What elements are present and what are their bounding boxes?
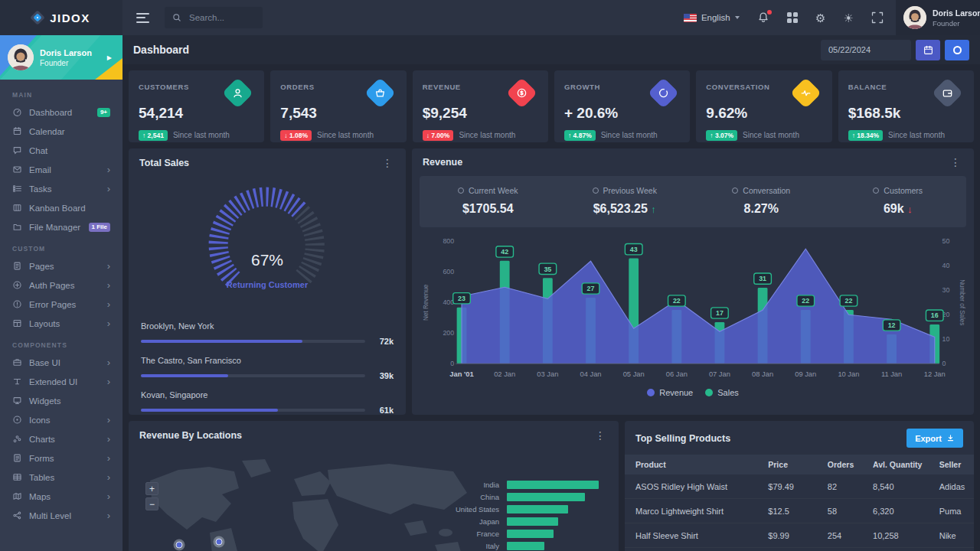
bar-value-chip: 22: [840, 295, 858, 306]
sidebar-item-chat[interactable]: Chat: [0, 141, 122, 160]
map-zoom-in-button[interactable]: +: [145, 482, 158, 495]
layouts-icon: [12, 318, 22, 328]
svg-text:12 Jan: 12 Jan: [924, 370, 946, 378]
sidebar-item-extended-ui[interactable]: Extended UI›: [0, 372, 122, 391]
settings-button[interactable]: ⚙: [815, 12, 825, 24]
delta-badge: ↑ 18.34%: [848, 130, 883, 141]
app-logo[interactable]: JIDOX: [0, 0, 122, 35]
sidebar-item-file-manager[interactable]: File Manager1 File: [0, 217, 122, 236]
sidebar-item-layouts[interactable]: Layouts›: [0, 314, 122, 333]
bar-value-chip: 35: [539, 263, 557, 274]
theme-toggle-button[interactable]: ☀: [844, 12, 854, 24]
circle-icon: [953, 46, 962, 54]
svg-text:10: 10: [942, 335, 950, 343]
extui-icon: [12, 377, 22, 386]
location-bar-row: India: [423, 481, 599, 489]
svg-text:Number of Sales: Number of Sales: [959, 279, 965, 325]
column-header[interactable]: Price: [757, 455, 817, 474]
sidebar-item-base-ui[interactable]: Base UI›: [0, 353, 122, 372]
svg-text:08 Jan: 08 Jan: [752, 370, 773, 378]
bar-value-chip: 31: [754, 273, 772, 284]
locations-menu-button[interactable]: ⋮: [593, 430, 608, 441]
stat-value: $168.5k: [848, 105, 964, 122]
sidebar-item-tasks[interactable]: Tasks›: [0, 179, 122, 198]
sidebar-item-icons[interactable]: Icons›: [0, 410, 122, 429]
svg-text:22: 22: [673, 297, 681, 305]
stat-value: 9.62%: [706, 105, 822, 122]
svg-text:40: 40: [942, 262, 950, 269]
revenue-panel: Revenue ⋮ Current Week$1705.54Previous W…: [412, 148, 974, 415]
bar: [507, 517, 558, 526]
gauge-percent: 67%: [129, 251, 406, 269]
legend-item-sales[interactable]: Sales: [705, 388, 739, 397]
column-header[interactable]: Seller: [929, 455, 974, 474]
date-input[interactable]: [821, 40, 911, 60]
stat-value: 7,543: [280, 105, 396, 122]
fullscreen-icon: [871, 11, 884, 24]
svg-text:11 Jan: 11 Jan: [881, 370, 902, 378]
download-icon: [946, 434, 955, 442]
map-zoom-out-button[interactable]: −: [145, 497, 158, 510]
total-sales-panel: Total Sales ⋮ 67% Returning Customer Bro…: [129, 148, 406, 415]
sidebar-item-tables[interactable]: Tables›: [0, 468, 122, 487]
sidebar-item-calendar[interactable]: Calendar: [0, 122, 122, 141]
sidebar-item-email[interactable]: Email›: [0, 160, 122, 179]
fullscreen-button[interactable]: [871, 11, 884, 24]
revenue-menu-button[interactable]: ⋮: [948, 157, 963, 168]
sidebar-item-error-pages[interactable]: Error Pages›: [0, 295, 122, 314]
sidebar-item-auth-pages[interactable]: Auth Pages›: [0, 276, 122, 295]
export-button[interactable]: Export: [906, 429, 963, 448]
revenue-stat-current-week: Current Week$1705.54: [420, 186, 557, 216]
sidebar-item-dashboard[interactable]: Dashboard9+: [0, 103, 122, 122]
stat-cards-row: CUSTOMERS54,214↑ 2,541Since last monthOR…: [122, 64, 980, 142]
chart-legend: RevenueSales: [412, 385, 974, 403]
chevron-right-icon: ›: [107, 318, 110, 328]
sidebar-item-pages[interactable]: Pages›: [0, 256, 122, 276]
forms-icon: [12, 453, 22, 463]
location-bar-row: United States: [423, 505, 599, 514]
sidebar-item-kanban-board[interactable]: Kanban Board: [0, 198, 122, 217]
chevron-right-icon: ›: [107, 472, 110, 482]
page-header: Dashboard: [122, 35, 980, 64]
sidebar-menu: MAINDashboard9+CalendarChatEmail›Tasks›K…: [0, 80, 122, 528]
user-name: Doris Larson: [933, 8, 980, 18]
svg-text:31: 31: [759, 276, 766, 283]
svg-text:600: 600: [443, 268, 454, 276]
locations-bar-chart: IndiaChinaUnited StatesJapanFranceItaly: [423, 481, 599, 550]
search-box[interactable]: [165, 7, 263, 28]
sidebar-item-widgets[interactable]: Widgets: [0, 391, 122, 410]
sidebar-item-multi-level[interactable]: Multi Level›: [0, 506, 122, 525]
sales-location-row: Kovan, Singapore61k: [141, 390, 394, 415]
stat-card-customers: CUSTOMERS54,214↑ 2,541Since last month: [129, 70, 264, 142]
user-profile-menu[interactable]: Doris Larson Founder: [896, 0, 980, 35]
menu-toggle-button[interactable]: [135, 10, 151, 26]
search-input[interactable]: [188, 12, 255, 23]
svg-text:22: 22: [802, 297, 809, 305]
calendar-button[interactable]: [916, 40, 940, 60]
refresh-button[interactable]: [945, 40, 969, 60]
svg-text:06 Jan: 06 Jan: [666, 370, 688, 378]
legend-item-revenue[interactable]: Revenue: [647, 388, 693, 397]
column-header[interactable]: Avl. Quantity: [862, 455, 929, 474]
column-header[interactable]: Product: [625, 455, 757, 474]
language-selector[interactable]: English: [684, 13, 740, 22]
svg-text:10 Jan: 10 Jan: [838, 370, 859, 378]
chevron-right-icon: ›: [107, 280, 110, 290]
notifications-button[interactable]: [757, 11, 769, 24]
column-header[interactable]: Orders: [817, 455, 862, 474]
chevron-right-icon[interactable]: ▶: [107, 54, 115, 61]
bar: [507, 530, 554, 538]
apps-grid-button[interactable]: [787, 12, 799, 24]
table-row: Half Sleeve Shirt$9.9925410,258Nike: [625, 523, 974, 548]
map-marker[interactable]: [174, 540, 185, 551]
total-sales-menu-button[interactable]: ⋮: [380, 158, 395, 168]
svg-text:17: 17: [716, 309, 724, 317]
svg-text:22: 22: [845, 297, 853, 305]
wallet-icon: [932, 77, 963, 109]
map-marker[interactable]: [214, 536, 225, 548]
sidebar-item-forms[interactable]: Forms›: [0, 448, 122, 468]
sidebar-user-card[interactable]: Doris Larson Founder ▶: [0, 35, 122, 80]
sidebar-item-charts[interactable]: Charts›: [0, 429, 122, 448]
location-bar-row: Italy: [423, 542, 599, 550]
sidebar-item-maps[interactable]: Maps›: [0, 487, 122, 506]
